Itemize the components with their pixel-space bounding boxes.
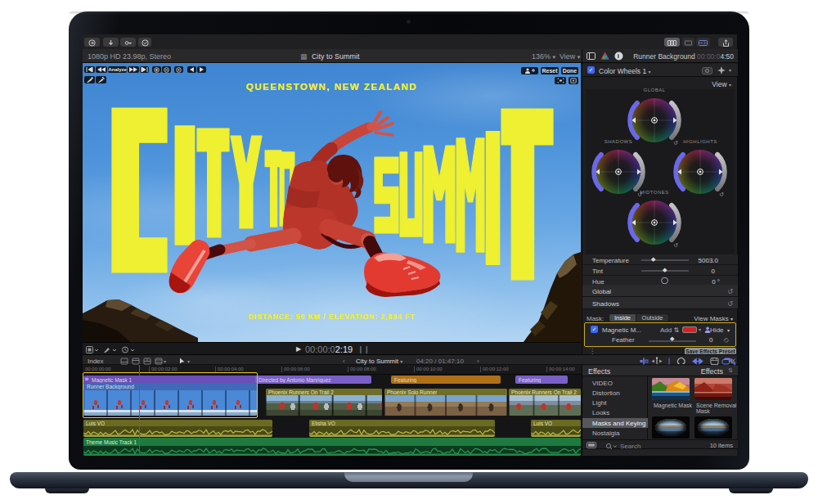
svg-text:▾: ▾ <box>187 359 190 364</box>
svg-text:↺: ↺ <box>719 191 724 197</box>
svg-text:↺: ↺ <box>673 242 678 248</box>
svg-text:i: i <box>618 52 619 60</box>
svg-text:▾: ▾ <box>164 359 166 364</box>
